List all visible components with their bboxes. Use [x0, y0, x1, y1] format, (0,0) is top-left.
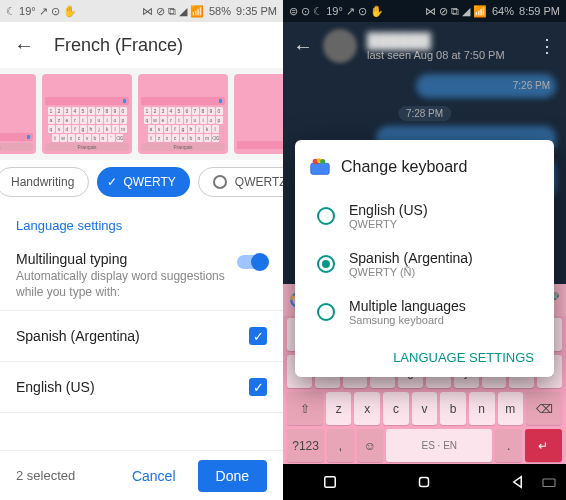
contact-name: ██████	[367, 32, 505, 49]
key-m[interactable]: m	[498, 392, 524, 425]
phone-right-chat: ⊜ ⊙ ☾ 19° ↗ ⊙ ✋ ⋈ ⊘ ⧉ ◢ 📶 64% 8:59 PM ← …	[283, 0, 566, 500]
avatar[interactable]	[323, 29, 357, 63]
chip-qwertz[interactable]: QWERTZ	[198, 167, 283, 197]
battery-percent: 58%	[209, 5, 231, 17]
layout-thumb-qwerty[interactable]: 1234567890 qwertyuiop asdfghjkl ⇧zxcvbnm…	[138, 74, 228, 154]
statusbar: ☾ 19° ↗ ⊙ ✋ ⋈ ⊘ ⧉ ◢ 📶 58% 9:35 PM	[0, 0, 283, 22]
chip-qwerty[interactable]: QWERTY	[97, 167, 189, 197]
radio-icon	[317, 207, 335, 225]
key-z[interactable]: z	[326, 392, 352, 425]
status-icons-left: ☾ 19° ↗ ⊙ ✋	[6, 5, 77, 18]
row-subtitle: Automatically display word suggestions w…	[16, 269, 237, 300]
page-title: French (France)	[54, 35, 183, 56]
signal-icons: ⋈ ⊘ ⧉ ◢ 📶	[142, 5, 204, 18]
statusbar: ⊜ ⊙ ☾ 19° ↗ ⊙ ✋ ⋈ ⊘ ⧉ ◢ 📶 64% 8:59 PM	[283, 0, 566, 22]
key-v[interactable]: v	[412, 392, 438, 425]
row-title: Multilingual typing	[16, 251, 237, 267]
option-label: Spanish (Argentina)	[349, 250, 473, 266]
keyboard-option-english[interactable]: English (US) QWERTY	[309, 192, 540, 240]
battery-percent: 64%	[492, 5, 514, 17]
checkbox-checked-icon[interactable]: ✓	[249, 378, 267, 396]
key-numbers[interactable]: ?123	[287, 429, 324, 462]
android-nav-bar	[283, 464, 566, 500]
clock: 9:35 PM	[236, 5, 277, 17]
back-arrow-icon[interactable]: ←	[293, 35, 313, 58]
nav-recents-icon[interactable]	[321, 473, 339, 491]
clock: 8:59 PM	[519, 5, 560, 17]
svg-rect-7	[420, 478, 429, 487]
nav-home-icon[interactable]	[415, 473, 433, 491]
signal-icons: ⋈ ⊘ ⧉ ◢ 📶	[425, 5, 487, 18]
radio-selected-icon	[317, 255, 335, 273]
last-seen: last seen Aug 08 at 7:50 PM	[367, 49, 505, 61]
svg-rect-0	[311, 163, 329, 174]
section-language-settings: Language settings	[0, 204, 283, 241]
option-label: Multiple languages	[349, 298, 466, 314]
key-c[interactable]: c	[383, 392, 409, 425]
lang-label: Spanish (Argentina)	[16, 328, 140, 344]
lang-row-english[interactable]: English (US) ✓	[0, 362, 283, 413]
thumb-label: Français	[0, 143, 1, 151]
nav-keyboard-icon[interactable]	[540, 473, 558, 491]
titlebar: ← French (France)	[0, 22, 283, 68]
chip-handwriting[interactable]: Handwriting	[0, 167, 89, 197]
option-sublabel: Samsung keyboard	[349, 314, 466, 326]
phone-left-settings: ☾ 19° ↗ ⊙ ✋ ⋈ ⊘ ⧉ ◢ 📶 58% 9:35 PM ← Fren…	[0, 0, 283, 500]
lang-row-spanish[interactable]: Spanish (Argentina) ✓	[0, 311, 283, 362]
thumb-label: Français	[77, 143, 96, 151]
svg-point-4	[320, 159, 325, 164]
chat-header[interactable]: ← ██████ last seen Aug 08 at 7:50 PM ⋮	[283, 22, 566, 70]
keyboard-layout-preview[interactable]: Français 1234567890 azertyuiop qsdfghjkl…	[0, 68, 283, 160]
chat-body[interactable]: 7:26 PM 7:28 PM Change keyboard English …	[283, 70, 566, 284]
cancel-button[interactable]: Cancel	[120, 460, 188, 492]
option-sublabel: QWERTY (Ñ)	[349, 266, 473, 278]
lang-label: English (US)	[16, 379, 95, 395]
svg-rect-8	[543, 479, 555, 487]
key-x[interactable]: x	[354, 392, 380, 425]
key-enter[interactable]: ↵	[525, 429, 562, 462]
keyboard-row: ?123 , ☺ ES · EN . ↵	[283, 427, 566, 464]
option-label: English (US)	[349, 202, 428, 218]
back-arrow-icon[interactable]: ←	[14, 34, 34, 57]
status-icons-right: ⋈ ⊘ ⧉ ◢ 📶 64% 8:59 PM	[425, 5, 560, 18]
checkbox-checked-icon[interactable]: ✓	[249, 327, 267, 345]
layout-thumb-azerty[interactable]: 1234567890 azertyuiop qsdfghjklm ⇧wxcvbn…	[42, 74, 132, 154]
radio-icon	[317, 303, 335, 321]
more-menu-icon[interactable]: ⋮	[538, 35, 556, 57]
key-comma[interactable]: ,	[327, 429, 354, 462]
date-pill: 7:28 PM	[398, 106, 451, 121]
footer: 2 selected Cancel Done	[0, 450, 283, 500]
dialog-title: Change keyboard	[341, 158, 467, 176]
message-timestamp: 7:26 PM	[513, 80, 550, 91]
key-n[interactable]: n	[469, 392, 495, 425]
status-icons-right: ⋈ ⊘ ⧉ ◢ 📶 58% 9:35 PM	[142, 5, 277, 18]
language-settings-button[interactable]: LANGUAGE SETTINGS	[309, 342, 540, 367]
change-keyboard-dialog: Change keyboard English (US) QWERTY Span…	[295, 140, 554, 377]
chip-label: QWERTZ	[235, 175, 283, 189]
keyboard-icon	[309, 156, 331, 178]
layout-chips: Handwriting QWERTY QWERTZ	[0, 160, 283, 204]
option-sublabel: QWERTY	[349, 218, 428, 230]
key-backspace[interactable]: ⌫	[526, 392, 562, 425]
multilingual-switch[interactable]	[237, 255, 267, 269]
done-button[interactable]: Done	[198, 460, 267, 492]
keyboard-option-spanish[interactable]: Spanish (Argentina) QWERTY (Ñ)	[309, 240, 540, 288]
key-shift[interactable]: ⇧	[287, 392, 323, 425]
status-icons-left: ⊜ ⊙ ☾ 19° ↗ ⊙ ✋	[289, 5, 384, 18]
nav-back-icon[interactable]	[510, 473, 528, 491]
svg-rect-6	[325, 477, 336, 488]
key-emoji[interactable]: ☺	[357, 429, 384, 462]
selected-count: 2 selected	[16, 468, 75, 483]
key-b[interactable]: b	[440, 392, 466, 425]
keyboard-option-multiple[interactable]: Multiple languages Samsung keyboard	[309, 288, 540, 336]
row-multilingual-typing[interactable]: Multilingual typing Automatically displa…	[0, 241, 283, 311]
key-period[interactable]: .	[495, 429, 522, 462]
layout-thumb[interactable]: Français	[0, 74, 36, 154]
keyboard-row: ⇧zxcvbnm⌫	[283, 390, 566, 427]
thumb-label: Français	[173, 143, 192, 151]
key-space[interactable]: ES · EN	[386, 429, 492, 462]
layout-thumb[interactable]	[234, 74, 283, 154]
radio-icon	[213, 175, 227, 189]
